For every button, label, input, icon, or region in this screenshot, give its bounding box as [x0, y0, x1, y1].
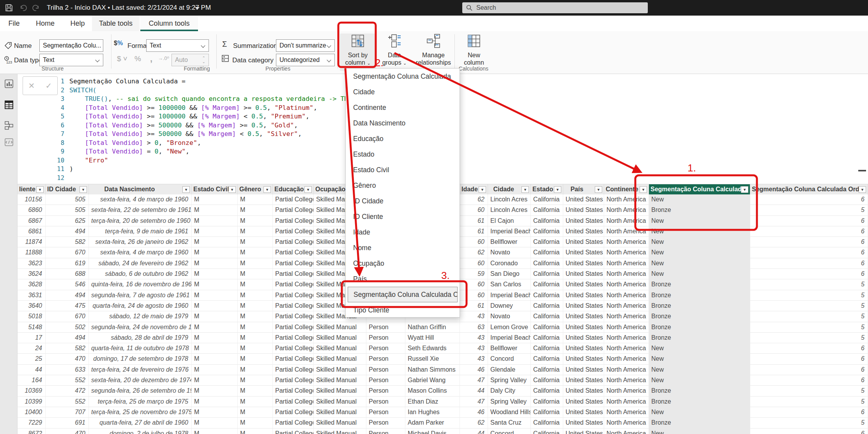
title-dropdown-caret[interactable] — [195, 7, 200, 10]
dropdown-item-segmenta-o-coluna-calculada[interactable]: Segmentação Coluna Calculada — [346, 69, 460, 84]
column-header-id-cidade[interactable]: ID Cidade▾ — [46, 184, 89, 194]
filter-dropdown-icon[interactable]: ▾ — [640, 186, 647, 193]
table-cell: 44 — [18, 365, 46, 375]
column-header-data-nascimento[interactable]: Data Nascimento▾ — [89, 184, 192, 194]
table-cell: New — [649, 365, 750, 375]
filter-dropdown-icon[interactable]: ▾ — [263, 186, 271, 193]
column-header-label: Idade — [461, 186, 478, 193]
dropdown-item-data-nascimento[interactable]: Data Nascimento — [346, 115, 460, 131]
column-header-g-nero[interactable]: Gênero▾ — [238, 184, 273, 194]
table-cell: M — [238, 290, 273, 300]
column-header-continente[interactable]: Continente▾ — [604, 184, 649, 194]
table-cell: Skilled Manual — [314, 375, 366, 385]
table-cell: Bronze — [649, 418, 750, 428]
filter-dropdown-icon[interactable]: ▾ — [304, 186, 312, 193]
menu-tab-table-tools[interactable]: Table tools — [92, 16, 140, 31]
dropdown-item-nome[interactable]: Nome — [346, 240, 460, 256]
filter-dropdown-icon[interactable]: ▾ — [80, 186, 87, 193]
stepper-arrows-icon[interactable]: ⌃⌄ — [202, 56, 205, 64]
dollar-icon[interactable]: $ ˅ — [117, 55, 127, 63]
filter-dropdown-icon[interactable]: ▾ — [595, 186, 602, 193]
dropdown-item-id-cliente[interactable]: ID Cliente — [346, 209, 460, 224]
code-token: 0 — [155, 147, 159, 156]
dropdown-item-tipo-cliente[interactable]: Tipo Cliente — [346, 302, 460, 318]
code-token: TRUE() — [85, 95, 108, 104]
filter-dropdown-icon[interactable]: ▾ — [859, 186, 866, 193]
dropdown-item-continente[interactable]: Continente — [346, 100, 460, 115]
report-view-icon[interactable] — [4, 79, 14, 89]
line-number: 7 — [18, 130, 69, 139]
column-header-liente[interactable]: liente▾ — [18, 184, 46, 194]
table-cell: Partial College — [273, 386, 314, 396]
table-cell: Partial College — [273, 397, 314, 407]
data-groups-button[interactable]: Datagroups ⌄ — [377, 34, 412, 71]
table-cell: 5148 — [18, 322, 46, 332]
decimal-places-stepper[interactable]: Auto⌃⌄ — [171, 54, 209, 66]
dax-view-icon[interactable] — [4, 137, 14, 147]
code-token: > — [143, 139, 155, 148]
table-cell: California — [531, 397, 563, 407]
undo-icon[interactable] — [19, 4, 27, 12]
filter-dropdown-icon[interactable]: ▾ — [182, 186, 190, 193]
code-token: , — [259, 130, 267, 139]
summarization-label: Summarization — [233, 39, 277, 53]
filter-dropdown-icon[interactable]: ▾ — [36, 186, 44, 193]
table-cell: M — [192, 247, 238, 258]
table-cell: 505 — [46, 205, 89, 215]
dropdown-item-idade[interactable]: Idade — [346, 224, 460, 240]
model-view-icon[interactable] — [4, 120, 14, 131]
filter-dropdown-icon[interactable]: ▾ — [522, 186, 529, 193]
dropdown-item-g-nero[interactable]: Gênero — [346, 178, 460, 193]
table-cell: 10400 — [18, 407, 46, 417]
column-header-cidade[interactable]: Cidade▾ — [488, 184, 531, 194]
comma-icon[interactable]: , — [150, 54, 152, 64]
dropdown-item-educa-o[interactable]: Educação — [346, 131, 460, 146]
column-header-label: Gênero — [239, 186, 261, 193]
line-number: 6 — [18, 121, 69, 130]
summarization-select[interactable]: Don't summarize — [276, 39, 335, 52]
dropdown-item-ocupa-o[interactable]: Ocupação — [346, 256, 460, 271]
dropdown-item-estado-civil[interactable]: Estado Civil — [346, 162, 460, 178]
table-cell: Person — [366, 386, 405, 396]
filter-dropdown-icon[interactable]: ▾ — [228, 186, 236, 193]
table-cell: sexta-feira, 22 de setembro de 1961 — [89, 205, 192, 215]
menu-tab-column-tools[interactable]: Column tools — [140, 16, 198, 31]
column-header-segmenta-o-coluna-calculada[interactable]: Segmentação Coluna Calculada▾ — [649, 184, 750, 194]
format-select[interactable]: Text — [146, 39, 209, 52]
redo-icon[interactable] — [32, 4, 41, 12]
name-input[interactable]: Segmentação Colu... — [39, 39, 103, 52]
menu-tab-home[interactable]: Home — [34, 16, 57, 31]
column-header-segmenta-o-coluna-calculada-ordem[interactable]: Segmentação Coluna Calculada Ordem▾ — [750, 184, 868, 194]
decimals-icon[interactable]: →.0⁰ — [158, 55, 169, 61]
summarization-icon: Σ — [222, 40, 227, 49]
column-header-idade[interactable]: Idade▾ — [460, 184, 488, 194]
code-token: [% Margem] — [197, 121, 236, 130]
table-cell: United States — [563, 247, 604, 258]
filter-dropdown-icon[interactable]: ▾ — [479, 186, 486, 193]
filter-dropdown-icon[interactable]: ▾ — [554, 186, 561, 193]
menu-tab-help[interactable]: Help — [69, 16, 87, 31]
sort-by-column-button[interactable]: Sort bycolumn ⌄ — [340, 34, 376, 71]
table-cell: sexta-feira, 26 de janeiro de 1962 — [89, 237, 192, 247]
table-cell: M — [238, 301, 273, 311]
column-header-pa-s[interactable]: País▾ — [563, 184, 604, 194]
column-header-estado-civil[interactable]: Estado Civil▾ — [192, 184, 238, 194]
dropdown-item-pa-s[interactable]: País — [346, 271, 460, 287]
menu-tab-file[interactable]: File — [5, 16, 23, 31]
dropdown-item-id-cidade[interactable]: ID Cidade — [346, 193, 460, 209]
dropdown-item-estado[interactable]: Estado — [346, 146, 460, 162]
data-category-select[interactable]: Uncategorized — [276, 54, 335, 66]
column-header-estado[interactable]: Estado▾ — [531, 184, 563, 194]
save-icon[interactable] — [5, 4, 13, 12]
table-view-icon[interactable] — [4, 100, 14, 110]
dropdown-item-segmenta-o-coluna-calculada-ordem[interactable]: Segmentação Coluna Calculada Ordem — [348, 287, 458, 302]
filter-dropdown-icon[interactable]: ▾ — [741, 186, 748, 193]
dropdown-item-cidade[interactable]: Cidade — [346, 84, 460, 100]
search-input[interactable]: Search — [462, 2, 648, 13]
data-type-select[interactable]: Text — [39, 54, 103, 66]
formula-bar-collapse-icon[interactable] — [858, 170, 866, 171]
percent-icon[interactable]: % — [134, 55, 141, 63]
search-placeholder: Search — [476, 4, 496, 11]
column-header-educa-o[interactable]: Educação▾ — [273, 184, 314, 194]
table-cell: Skilled Manual — [314, 333, 366, 343]
